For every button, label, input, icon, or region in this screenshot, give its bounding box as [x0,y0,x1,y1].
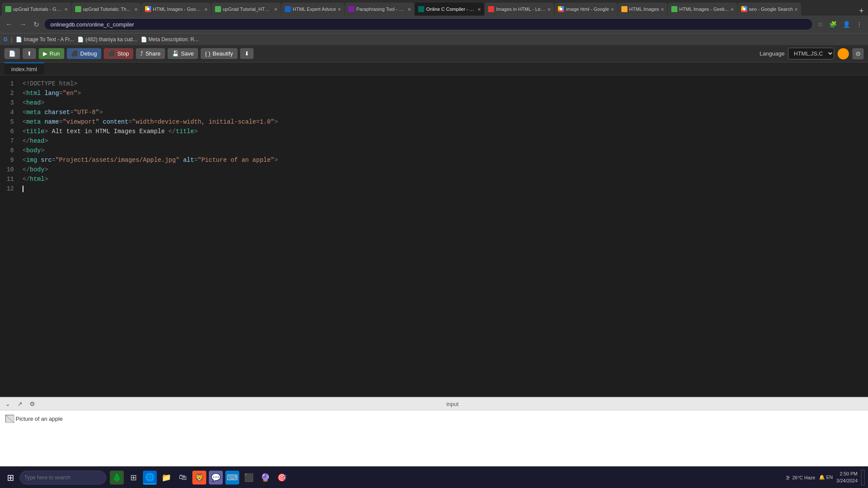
debug-button[interactable]: ⬛ Debug [67,48,101,59]
taskbar-icon-store[interactable]: 🛍 [176,471,190,485]
bookmark-g[interactable]: G [3,36,7,43]
weather-icon: 🌫 [785,475,790,480]
taskbar-icon-edge[interactable]: 🌐 [143,471,157,485]
line-number-1: 1 [3,79,14,88]
browser-tab-1[interactable]: upGrad Tutorials - Go...× [2,3,71,16]
token-str: "en" [63,88,77,98]
browser-tab-9[interactable]: image html - Google× [554,3,617,16]
browser-tab-3[interactable]: HTML Images - Goog...× [142,3,211,16]
token-attr: name [41,117,59,127]
tab-close-6[interactable]: × [408,6,411,13]
token-punct: </ [168,127,176,136]
show-desktop-button[interactable] [861,470,865,485]
account-button[interactable]: 👤 [841,20,852,29]
browser-tab-2[interactable]: upGrad Tutorials: The...× [72,3,141,16]
taskbar-icon-files[interactable]: 📁 [159,471,173,485]
token-tag: head [30,136,45,146]
taskbar-icon-teams[interactable]: 💬 [209,471,223,485]
code-line-12 [19,184,868,193]
back-button[interactable]: ← [3,20,15,29]
tab-close-5[interactable]: × [338,6,341,13]
tab-close-10[interactable]: × [661,6,664,13]
bookmark-image-text[interactable]: 📄 Image To Text - A Fr... [16,36,74,43]
code-content[interactable]: <!DOCTYPE html><html lang="en"><head><me… [19,75,868,397]
bookmark-star[interactable]: ☆ [815,20,825,29]
download-button[interactable]: ⬇ [240,48,254,59]
tab-close-12[interactable]: × [795,6,798,13]
browser-tab-10[interactable]: HTML Images× [618,3,667,16]
save-session-button[interactable]: ⬆ [23,48,36,59]
tab-close-4[interactable]: × [274,6,277,13]
token-tag: img [26,155,37,165]
menu-button[interactable]: ⋮ [854,20,865,29]
token-punct: > [274,117,278,127]
taskbar-icon-task-view[interactable]: ⊞ [126,471,140,485]
share-button[interactable]: ⤴ Share [136,48,165,59]
line-number-8: 8 [3,146,14,155]
tab-close-8[interactable]: × [548,6,551,13]
settings-button[interactable]: ⚙ [852,48,864,59]
browser-tab-11[interactable]: HTML Images - Geek...× [668,3,737,16]
browser-tab-7[interactable]: Online C Compiler - o...× [415,3,484,16]
browser-tab-6[interactable]: Paraphrasing Tool - C...× [345,3,414,16]
taskbar-clock[interactable]: 2:50 PM 3/24/2024 [836,471,858,484]
taskbar-icon-misc2[interactable]: 🎯 [275,471,289,485]
new-file-button[interactable]: 📄 [4,48,20,59]
tab-close-2[interactable]: × [134,6,138,13]
token-attr: src [37,155,52,165]
start-button[interactable]: ⊞ [3,471,18,485]
reload-button[interactable]: ↻ [31,20,41,29]
network-icon: 🔔 [819,475,825,480]
tab-close-1[interactable]: × [64,6,68,13]
file-tab-bar: index.html [0,62,868,75]
tab-close-11[interactable]: × [730,6,734,13]
token-punct: > [41,146,44,155]
tab-favicon-10 [621,6,627,12]
tab-label-5: HTML Expert Advice [293,7,336,12]
broken-image-alt-text: Picture of an apple [16,416,63,422]
taskbar-icon-terminal[interactable]: ⬛ [242,471,256,485]
output-settings-button[interactable]: ⚙ [28,400,37,408]
code-line-7: </head> [19,136,868,146]
file-tab-index-html[interactable]: index.html [4,62,44,75]
tab-favicon-3 [145,6,151,12]
browser-tab-4[interactable]: upGrad Tutorial_HTM...× [211,3,281,16]
code-editor[interactable]: 123456789101112 <!DOCTYPE html><html lan… [0,75,868,397]
browser-tab-8[interactable]: Images in HTML - Lea...× [485,3,554,16]
browser-tab-12[interactable]: seo - Google Search× [738,3,801,16]
token-doctype: <!DOCTYPE html> [23,79,77,88]
address-bar[interactable] [44,18,813,30]
browser-tab-5[interactable]: HTML Expert Advice× [281,3,344,16]
download-icon: ⬇ [244,50,249,57]
save-button[interactable]: 💾 Save [168,48,198,59]
bookmark-meta[interactable]: 📄 Meta Description: R... [141,36,199,43]
bookmark-482[interactable]: 📄 (482) thaniya ka cud... [77,36,137,43]
taskbar-search-input[interactable] [20,471,106,485]
forward-button[interactable]: → [17,20,29,29]
run-button[interactable]: ▶ Run [39,48,64,59]
line-number-10: 10 [3,165,14,174]
language-select[interactable]: HTML,JS,C C C++ Java Python [788,48,834,59]
token-punct: = [52,155,55,165]
beautify-button[interactable]: { } Beautify [201,48,237,59]
taskbar-icon-brave[interactable]: 🦁 [192,471,206,485]
line-number-3: 3 [3,98,14,108]
collapse-output-button[interactable]: ⌄ [3,400,12,408]
new-tab-button[interactable]: + [856,7,866,16]
system-tray-icons: 🌫 26°C Haze [785,475,815,480]
stop-button[interactable]: ⬛ Stop [104,48,133,59]
code-line-10: </body> [19,165,868,174]
expand-output-button[interactable]: ↗ [16,400,24,408]
debug-icon: ⬛ [71,50,78,57]
new-file-icon: 📄 [9,50,16,57]
taskbar-icon-tree[interactable]: 🌲 [110,471,124,485]
extensions-button[interactable]: 🧩 [827,20,839,29]
taskbar-icon-vscode[interactable]: ⌨ [225,471,239,485]
theme-button[interactable] [838,48,849,59]
line-number-12: 12 [3,184,14,193]
code-line-4: <meta charset="UTF-8"> [19,108,868,117]
taskbar-icon-misc1[interactable]: 🔮 [258,471,272,485]
tab-close-7[interactable]: × [478,6,481,13]
tab-close-9[interactable]: × [611,6,614,13]
tab-close-3[interactable]: × [204,6,208,13]
